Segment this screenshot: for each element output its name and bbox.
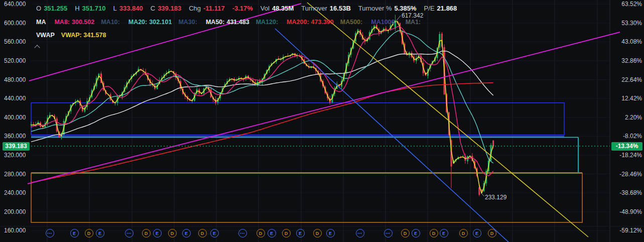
event-icon-more[interactable]: ⋯ [384, 229, 393, 237]
event-icon-E[interactable]: E [182, 229, 191, 237]
event-icon-D[interactable]: D [198, 229, 207, 237]
event-icon-E[interactable]: E [326, 229, 335, 237]
event-icon-D[interactable]: D [142, 229, 151, 237]
drawing-magenta-channel-upper[interactable] [29, 4, 301, 81]
event-icon-D[interactable]: D [168, 229, 177, 237]
event-icon-D[interactable]: D [313, 229, 322, 237]
event-icon-E[interactable]: E [70, 229, 79, 237]
event-icon-D[interactable]: D [401, 229, 410, 237]
ma8-line[interactable] [31, 27, 493, 176]
candle-body [492, 141, 494, 146]
collapse-indicators-icon[interactable] [35, 44, 40, 50]
drawing-navy-rectangle[interactable] [31, 103, 564, 135]
event-icon-D[interactable]: D [282, 229, 291, 237]
vwap-line[interactable] [31, 22, 493, 193]
event-icon-D[interactable]: D [85, 229, 93, 237]
trading-chart-window: O351.255H351.710L333.840C339.183Chg-11.1… [0, 0, 644, 242]
ma20-line[interactable] [31, 31, 493, 163]
event-icon-E[interactable]: E [268, 229, 276, 237]
event-icon-E[interactable]: E [96, 229, 104, 237]
drawing-magenta-channel-lower[interactable] [28, 32, 620, 184]
event-icon-E[interactable]: E [473, 229, 481, 237]
event-icon-more[interactable]: ⋯ [238, 229, 247, 237]
candlestick-chart-canvas[interactable] [0, 0, 644, 242]
event-icon-E[interactable]: E [296, 229, 305, 237]
event-icon-E[interactable]: E [412, 229, 420, 237]
event-icon-more[interactable]: ⋯ [46, 229, 54, 237]
event-icon-more[interactable]: ⋯ [125, 229, 134, 237]
drawing-orange-rectangle[interactable] [31, 173, 582, 222]
event-icon-E[interactable]: E [440, 229, 448, 237]
drawing-yellow-downtrend[interactable] [307, 3, 588, 237]
event-icon-D[interactable]: D [256, 229, 265, 237]
annotation-pointer-line [396, 16, 401, 21]
event-icon-D[interactable]: D [459, 229, 468, 237]
event-icon-D[interactable]: D [488, 229, 496, 237]
event-icon-D[interactable]: D [430, 229, 438, 237]
annotation-pointer-line [481, 193, 484, 196]
ma200-line[interactable] [31, 83, 493, 183]
event-icon-E[interactable]: E [153, 229, 162, 237]
event-icon-E[interactable]: E [210, 229, 219, 237]
event-icon-more[interactable]: ⋯ [356, 229, 364, 237]
